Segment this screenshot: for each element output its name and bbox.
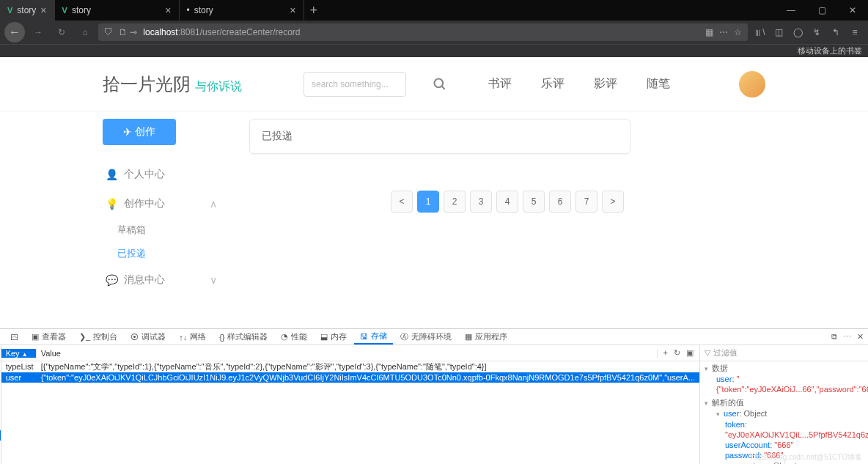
user-icon: 👤 [106,169,118,180]
account-icon[interactable]: ◯ [789,23,806,41]
page-2[interactable]: 2 [444,191,466,213]
main-panel: 已投递 < 1 2 3 4 5 6 7 > [220,111,765,328]
tab-title: story [194,5,213,15]
new-tab-button[interactable]: + [304,0,324,21]
svg-point-0 [435,78,444,87]
chevron-down-icon: ∨ [210,274,217,286]
submenu-submitted[interactable]: 已投递 [117,242,220,265]
menu-personal[interactable]: 👤 个人中心 [103,160,220,189]
browser-tab-2[interactable]: V story × [55,0,180,21]
page-7[interactable]: 7 [575,191,597,213]
tab-title: story [17,5,36,15]
devtools-close-icon[interactable]: ✕ [857,332,864,342]
shield-icon: ⛉ [104,27,113,37]
tab-performance[interactable]: ◔性能 [275,330,313,344]
address-bar: ← → ↻ ⌂ ⛉ 🗋 ⊸ localhost:8081/user/create… [0,21,868,44]
delete-all-icon[interactable]: ▣ [686,348,694,358]
page-next[interactable]: > [602,191,624,213]
storage-table: Key ▲ Value + ↻ ▣ typeList [{"typeName":… [1,345,699,464]
tab-inspector[interactable]: ▣查看器 [26,330,72,344]
svg-line-1 [442,86,445,89]
home-button[interactable]: ⌂ [75,22,95,43]
close-icon[interactable]: × [40,4,46,16]
maximize-button[interactable]: ▢ [806,0,837,21]
bookmark-link[interactable]: 移动设备上的书签 [798,45,862,56]
pagination: < 1 2 3 4 5 6 7 > [249,191,765,213]
vue-icon: V [62,6,67,15]
col-key[interactable]: Key ▲ [1,349,37,358]
forward-button[interactable]: → [28,22,48,43]
refresh-icon[interactable]: ↻ [674,348,680,358]
add-icon[interactable]: + [663,348,668,358]
close-icon[interactable]: × [165,4,171,16]
value-filter[interactable]: ▽过滤值 [700,345,868,361]
sidebar-icon[interactable]: ◫ [770,23,787,41]
tab-styles[interactable]: {}样式编辑器 [213,330,273,344]
top-nav: 拾一片光阴与你诉说 search something... 书评 乐评 影评 随… [0,57,868,111]
sync-icon[interactable]: ↯ [808,23,825,41]
page-1[interactable]: 1 [417,191,439,213]
filter-icon: ▽ [705,348,710,358]
inspector-picker-icon[interactable]: ⮹ [4,331,24,343]
devtools-dock-icon[interactable]: ⧉ [831,332,837,342]
search-input[interactable]: search something... [304,72,406,97]
col-value[interactable]: Value [37,349,658,358]
dot-icon: • [187,5,190,15]
nav-essay[interactable]: 随笔 [647,76,670,92]
site-logo: 拾一片光阴与你诉说 [103,73,242,96]
vue-icon: V [7,6,12,15]
devtools: ⮹ ▣查看器 ❯_控制台 ⦿调试器 ↑↓网络 {}样式编辑器 ◔性能 ⬓内存 🖫… [0,328,868,464]
lock-icon: 🗋 ⊸ [119,27,137,37]
nav-book[interactable]: 书评 [488,76,512,92]
record-card[interactable]: 已投递 [249,119,630,154]
menu-create-center[interactable]: 💡 创作中心 ∧ [103,189,220,218]
tab-title: story [72,5,91,15]
nav-music[interactable]: 乐评 [541,76,564,92]
side-menu: ✈ 创作 👤 个人中心 💡 创作中心 ∧ 草稿箱 已投递 💬 消息中心 ∨ [103,111,220,328]
page-6[interactable]: 6 [549,191,571,213]
tab-network[interactable]: ↑↓网络 [173,330,212,344]
watermark: https://blog.csdn.net@51CTO博客 [751,452,862,463]
tab-accessibility[interactable]: Ⓐ无障碍环境 [394,330,457,344]
close-window-button[interactable]: ✕ [837,0,868,21]
page-4[interactable]: 4 [496,191,518,213]
tag-icon[interactable]: ↰ [827,23,845,41]
page-prev[interactable]: < [391,191,413,213]
back-button[interactable]: ← [4,22,25,43]
tab-strip: V story × V story × • story × + — ▢ ✕ [0,0,868,21]
reader-icon[interactable]: ▦ [705,27,713,37]
star-icon[interactable]: ☆ [734,27,742,37]
more-icon[interactable]: ⋯ [719,27,728,37]
tab-application[interactable]: ▦应用程序 [459,330,513,344]
url-host: localhost [143,27,177,37]
avatar[interactable] [739,71,765,97]
bookmark-bar: 移动设备上的书签 [0,44,868,57]
reload-button[interactable]: ↻ [51,22,72,43]
minimize-button[interactable]: — [776,0,806,21]
bulb-icon: 💡 [106,198,118,210]
tab-console[interactable]: ❯_控制台 [73,330,123,344]
browser-tab-1[interactable]: V story × [0,0,55,21]
create-button[interactable]: ✈ 创作 [103,119,176,145]
table-row[interactable]: typeList [{"typeName":"文学","typeId":1},{… [1,361,699,372]
tab-debugger[interactable]: ⦿调试器 [125,330,172,344]
browser-tab-3[interactable]: • story × [180,0,304,21]
submenu-draft[interactable]: 草稿箱 [117,218,220,242]
plane-icon: ✈ [123,126,132,138]
nav-movie[interactable]: 影评 [594,76,617,92]
menu-icon[interactable]: ≡ [846,23,864,41]
tab-memory[interactable]: ⬓内存 [315,330,353,344]
page-3[interactable]: 3 [470,191,492,213]
page-5[interactable]: 5 [523,191,545,213]
menu-messages[interactable]: 💬 消息中心 ∨ [103,265,220,295]
tab-storage[interactable]: 🖫存储 [354,329,393,345]
devtools-tabstrip: ⮹ ▣查看器 ❯_控制台 ⦿调试器 ↑↓网络 {}样式编辑器 ◔性能 ⬓内存 🖫… [0,329,868,345]
devtools-more-icon[interactable]: ⋯ [843,332,851,342]
table-row[interactable]: user {"token":"eyJ0eXAiOiJKV1QiLCJhbGciO… [1,372,699,383]
library-icon[interactable]: ⫼\ [751,23,768,41]
close-icon[interactable]: × [290,4,295,16]
url-input[interactable]: ⛉ 🗋 ⊸ localhost:8081/user/createCenter/r… [98,23,748,41]
search-icon[interactable] [431,76,449,93]
chevron-up-icon: ∧ [210,198,217,210]
value-inspector: ▽过滤值 ▾数据 user: user: "{"token":"eyJ0eXAi… [699,345,868,464]
